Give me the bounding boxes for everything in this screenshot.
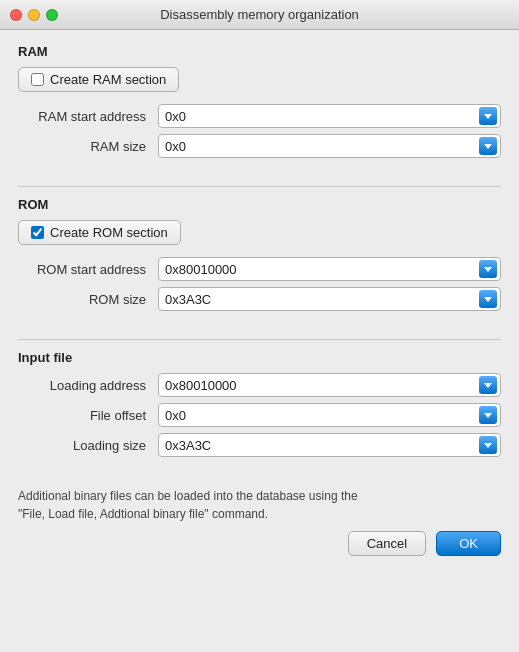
file-offset-row: File offset (18, 403, 501, 427)
loading-size-wrap (158, 433, 501, 457)
ram-size-input[interactable] (158, 134, 501, 158)
loading-address-wrap (158, 373, 501, 397)
loading-size-label: Loading size (18, 438, 158, 453)
ram-start-address-input[interactable] (158, 104, 501, 128)
loading-address-row: Loading address (18, 373, 501, 397)
input-file-section-label: Input file (18, 350, 501, 365)
rom-checkbox-row: Create ROM section (18, 220, 501, 245)
loading-size-row: Loading size (18, 433, 501, 457)
ram-start-address-row: RAM start address (18, 104, 501, 128)
rom-size-label: ROM size (18, 292, 158, 307)
ram-size-wrap (158, 134, 501, 158)
rom-start-address-label: ROM start address (18, 262, 158, 277)
title-bar: Disassembly memory organization (0, 0, 519, 30)
minimize-button[interactable] (28, 9, 40, 21)
loading-address-input[interactable] (158, 373, 501, 397)
ram-start-address-wrap (158, 104, 501, 128)
create-ram-checkbox[interactable] (31, 73, 44, 86)
traffic-lights (10, 9, 58, 21)
rom-inputfile-divider (18, 339, 501, 340)
ram-size-row: RAM size (18, 134, 501, 158)
cancel-button[interactable]: Cancel (348, 531, 426, 556)
ram-section-label: RAM (18, 44, 501, 59)
file-offset-wrap (158, 403, 501, 427)
file-offset-label: File offset (18, 408, 158, 423)
note-text: Additional binary files can be loaded in… (18, 487, 501, 523)
ram-size-label: RAM size (18, 139, 158, 154)
maximize-button[interactable] (46, 9, 58, 21)
close-button[interactable] (10, 9, 22, 21)
create-ram-label: Create RAM section (50, 72, 166, 87)
ram-start-address-label: RAM start address (18, 109, 158, 124)
loading-size-input[interactable] (158, 433, 501, 457)
rom-size-wrap (158, 287, 501, 311)
create-rom-label: Create ROM section (50, 225, 168, 240)
button-row: Cancel OK (18, 523, 501, 560)
window-title: Disassembly memory organization (160, 7, 359, 22)
main-content: RAM Create RAM section RAM start address… (0, 30, 519, 652)
ok-button[interactable]: OK (436, 531, 501, 556)
create-ram-checkbox-label[interactable]: Create RAM section (18, 67, 179, 92)
rom-size-input[interactable] (158, 287, 501, 311)
rom-start-address-wrap (158, 257, 501, 281)
note-line1: Additional binary files can be loaded in… (18, 489, 358, 503)
rom-start-address-row: ROM start address (18, 257, 501, 281)
loading-address-label: Loading address (18, 378, 158, 393)
ram-section: RAM Create RAM section RAM start address… (18, 44, 501, 164)
rom-size-row: ROM size (18, 287, 501, 311)
create-rom-checkbox[interactable] (31, 226, 44, 239)
file-offset-input[interactable] (158, 403, 501, 427)
ram-checkbox-row: Create RAM section (18, 67, 501, 92)
rom-section: ROM Create ROM section ROM start address… (18, 197, 501, 317)
ram-rom-divider (18, 186, 501, 187)
note-line2: "File, Load file, Addtional binary file"… (18, 507, 268, 521)
rom-start-address-input[interactable] (158, 257, 501, 281)
rom-section-label: ROM (18, 197, 501, 212)
create-rom-checkbox-label[interactable]: Create ROM section (18, 220, 181, 245)
input-file-section: Input file Loading address File offset L… (18, 350, 501, 463)
